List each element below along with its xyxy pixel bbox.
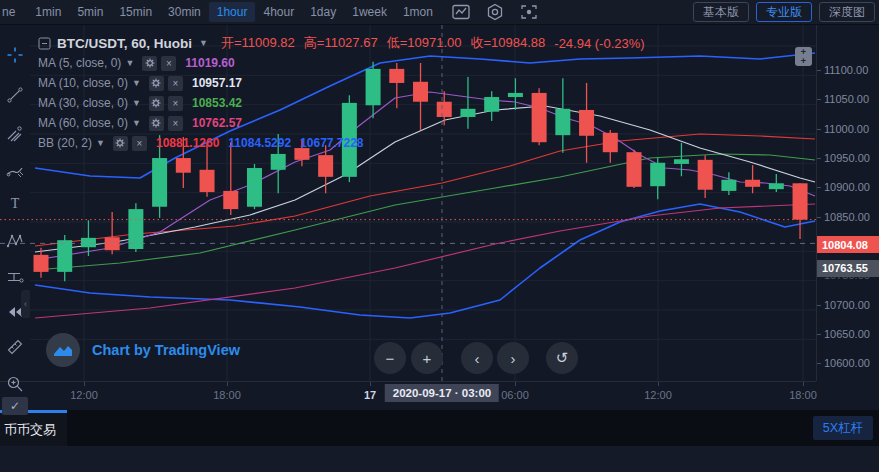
- zoom-in-button[interactable]: +: [411, 342, 443, 374]
- tradingview-attribution[interactable]: Chart by TradingView: [46, 333, 240, 367]
- view-button[interactable]: 专业版: [756, 2, 812, 22]
- time-tick: [227, 382, 228, 386]
- indicator-row: MA (10, close, 0)▼×10957.17: [38, 73, 645, 93]
- magnet-mode-icon[interactable]: ✓: [2, 397, 28, 415]
- price-tick-label: 10850.00: [824, 211, 870, 223]
- gear-icon[interactable]: [149, 76, 164, 91]
- symbol-title-row: BTC/USDT, 60, Huobi ▼ 开=11009.82 高=11027…: [38, 33, 645, 53]
- bottom-tab-bar: 币币交易 5X杠杆: [0, 410, 879, 446]
- text-icon[interactable]: T: [3, 191, 27, 215]
- zoom-in-icon[interactable]: [3, 372, 27, 396]
- pitchfork-icon[interactable]: [3, 121, 27, 145]
- view-mode-group: 基本版专业版深度图: [693, 2, 875, 22]
- candle-body: [318, 155, 333, 177]
- timeframe-1hour[interactable]: 1hour: [209, 2, 256, 22]
- symbol-title[interactable]: BTC/USDT, 60, Huobi: [57, 36, 192, 51]
- timeframe-1min[interactable]: 1min: [27, 2, 69, 22]
- top-toolbar: ne 1min5min15min30min1hour4hour1day1week…: [0, 0, 879, 25]
- ohlc-close: 收=10984.88: [470, 34, 545, 52]
- timeframe-1week[interactable]: 1week: [344, 2, 395, 22]
- indicator-value: 11084.5292: [228, 136, 291, 150]
- crosshair-time-badge: 2020-09-17 · 03:00: [385, 384, 499, 402]
- ruler-icon[interactable]: [3, 335, 27, 359]
- view-button[interactable]: 深度图: [819, 2, 875, 22]
- timeframe-15min[interactable]: 15min: [111, 2, 160, 22]
- close-icon[interactable]: ×: [168, 116, 183, 131]
- indicator-rows: MA (5, close, 0)▼×11019.60MA (10, close,…: [38, 53, 645, 153]
- timeframe-5min[interactable]: 5min: [69, 2, 111, 22]
- candle-body: [81, 238, 96, 247]
- indicator-value: 11019.60: [185, 56, 234, 70]
- reset-chart-button[interactable]: ↺: [546, 342, 578, 374]
- candle-body: [57, 240, 72, 272]
- scroll-left-button[interactable]: ‹: [461, 342, 493, 374]
- zoom-out-button[interactable]: −: [374, 342, 406, 374]
- gear-icon[interactable]: [113, 136, 128, 151]
- tradingview-logo-icon: [46, 333, 80, 367]
- overlay-line: [35, 204, 815, 318]
- tab-spot-trading[interactable]: 币币交易: [0, 410, 67, 446]
- scroll-right-button[interactable]: ›: [497, 342, 529, 374]
- chevron-down-icon[interactable]: ▼: [125, 58, 134, 68]
- indicator-hexagon-icon[interactable]: [485, 2, 505, 22]
- price-tick-label: 11100.00: [824, 64, 868, 76]
- timeframe-30min[interactable]: 30min: [160, 2, 209, 22]
- axis-scale-icon[interactable]: ++: [795, 47, 812, 66]
- change-value: -24.94 (-0.23%): [554, 36, 644, 51]
- price-tick-label: 11000.00: [824, 123, 869, 135]
- collapse-legend-icon[interactable]: [38, 37, 51, 50]
- last-price-badge: 10804.08: [817, 236, 879, 253]
- indicator-row: MA (60, close, 0)▼×10762.57: [38, 113, 645, 133]
- kline-style-icon[interactable]: [451, 2, 471, 22]
- toolbar-icons: [451, 2, 539, 22]
- candle-body: [152, 158, 167, 207]
- indicator-row: MA (5, close, 0)▼×11019.60: [38, 53, 645, 73]
- ohlc-open: 开=11009.82: [221, 34, 295, 52]
- gear-icon[interactable]: [149, 96, 164, 111]
- candle-body: [34, 255, 49, 272]
- screenshot-icon[interactable]: [519, 2, 539, 22]
- chevron-down-icon[interactable]: ▼: [132, 118, 141, 128]
- chevron-down-icon[interactable]: ▼: [132, 98, 141, 108]
- leverage-button[interactable]: 5X杠杆: [813, 416, 873, 440]
- chevron-down-icon[interactable]: ▼: [96, 138, 105, 148]
- gear-icon[interactable]: [149, 116, 164, 131]
- time-axis[interactable]: 12:0018:001706:0012:0018:002020-09-17 · …: [0, 381, 816, 410]
- close-icon[interactable]: ×: [168, 76, 183, 91]
- close-icon[interactable]: ×: [161, 56, 176, 71]
- crosshair-icon[interactable]: [3, 43, 27, 67]
- view-button[interactable]: 基本版: [693, 2, 749, 22]
- chevron-down-icon[interactable]: ▼: [132, 78, 141, 88]
- price-tick-label: 10600.00: [824, 357, 870, 369]
- indicator-label: MA (60, close, 0): [38, 116, 128, 130]
- indicator-value: 10762.57: [192, 116, 242, 130]
- candle-body: [271, 154, 286, 170]
- chevron-down-icon[interactable]: ▼: [199, 38, 208, 48]
- ohlc-high: 高=11027.67: [304, 34, 378, 52]
- long-position-icon[interactable]: [3, 265, 27, 289]
- chart-main: T✓ ‹ BTC/USDT, 60, Huobi ▼ 开=11009.82 高=…: [0, 25, 879, 410]
- gear-icon[interactable]: [142, 56, 157, 71]
- candle-body: [650, 163, 665, 186]
- timeframe-1mon[interactable]: 1mon: [395, 2, 441, 22]
- trendline-icon[interactable]: [3, 83, 27, 107]
- indicator-row: BB (20, 2)▼×10881.126011084.529210677.72…: [38, 133, 645, 153]
- xabcd-pattern-icon[interactable]: [3, 229, 27, 253]
- close-icon[interactable]: ×: [168, 96, 183, 111]
- price-tick-label: 11050.00: [824, 93, 869, 105]
- drawing-toolbar: T✓: [0, 25, 30, 381]
- time-tick-label: 18:00: [789, 389, 817, 401]
- close-icon[interactable]: ×: [132, 136, 147, 151]
- candle-body: [247, 168, 262, 207]
- price-tick-label: 10650.00: [824, 328, 870, 340]
- footer-strip: [0, 446, 879, 472]
- brush-icon[interactable]: [3, 158, 27, 182]
- collapse-toolbar-handle[interactable]: ‹: [21, 290, 30, 318]
- time-tick-label: 12:00: [644, 389, 672, 401]
- time-tick-label: 17: [364, 389, 376, 401]
- price-axis[interactable]: 11100.0011050.0011000.0010950.0010900.00…: [816, 25, 879, 381]
- timeframe-1day[interactable]: 1day: [302, 2, 344, 22]
- time-tick: [84, 382, 85, 386]
- timeframe-4hour[interactable]: 4hour: [255, 2, 302, 22]
- trading-app: ne 1min5min15min30min1hour4hour1day1week…: [0, 0, 879, 472]
